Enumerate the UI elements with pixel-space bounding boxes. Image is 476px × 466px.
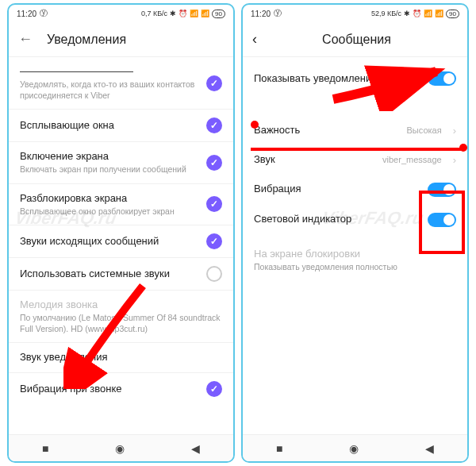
row-title: Вибрация [254, 183, 421, 196]
wifi-icon: 📶 [201, 10, 209, 17]
nav-back-icon[interactable]: ◀ [191, 442, 200, 455]
row-vibrate-call[interactable]: Вибрация при звонке [9, 373, 233, 405]
row-contact-joined[interactable]: ——————————— Уведомлять, когда кто-то из … [9, 57, 233, 110]
row-title: Звук уведомления [20, 351, 222, 364]
back-arrow-icon[interactable]: ← [18, 31, 33, 48]
row-title: Разблокировка экрана [20, 192, 200, 206]
toggle-switch[interactable] [428, 71, 456, 86]
toggle-icon[interactable] [206, 75, 222, 91]
battery-icon: 90 [446, 10, 459, 18]
status-bar: 11:20 ⓨ 0,7 КБ/с ✱ ⏰ 📶 📶 90 [9, 5, 233, 22]
row-led[interactable]: Световой индикатор [243, 205, 467, 235]
row-outgoing-sounds[interactable]: Звуки исходящих сообщений [9, 225, 233, 258]
row-show-notifications[interactable]: Показывать уведомления [243, 57, 467, 100]
toggle-switch[interactable] [428, 213, 456, 227]
status-time: 11:20 [251, 10, 271, 18]
battery-icon: 90 [212, 10, 225, 18]
toggle-icon[interactable] [206, 266, 222, 282]
nav-home-icon[interactable]: ◉ [115, 442, 125, 455]
row-sub: По умолчанию (Le Matos - Summer Of 84 so… [20, 313, 222, 334]
row-title: Мелодия звонка [20, 298, 222, 312]
chevron-right-icon: › [453, 154, 456, 166]
row-ringtone[interactable]: Мелодия звонка По умолчанию (Le Matos - … [9, 291, 233, 343]
wifi-icon: 📶 [435, 10, 443, 17]
row-unlock[interactable]: Разблокировка экрана Всплывающее окно ра… [9, 184, 233, 226]
page-title: Уведомления [47, 33, 126, 47]
row-screen-on[interactable]: Включение экрана Включать экран при полу… [9, 142, 233, 184]
row-title: На экране блокировки [254, 248, 456, 261]
toggle-icon[interactable] [206, 381, 222, 397]
row-title: Использовать системные звуки [20, 268, 200, 281]
row-popups[interactable]: Всплывающие окна [9, 110, 233, 142]
row-title: Звук [254, 153, 376, 167]
signal-icon: 📶 [190, 10, 198, 17]
row-system-sounds[interactable]: Использовать системные звуки [9, 258, 233, 291]
row-sub: Показывать уведомления полностью [254, 262, 456, 273]
status-bar: 11:20 ⓨ 52,9 КБ/с ✱ ⏰ 📶 📶 90 [243, 5, 467, 22]
android-navbar: ■ ◉ ◀ [9, 434, 233, 461]
row-sub: Всплывающее окно разблокирует экран [20, 206, 200, 218]
row-sound[interactable]: Звук viber_message › [243, 145, 467, 175]
bluetooth-icon: ✱ [404, 10, 410, 17]
header: ‹ Сообщения [243, 22, 467, 57]
row-title: Звуки исходящих сообщений [20, 235, 200, 248]
page-title: Сообщения [255, 33, 458, 47]
row-title: Вибрация при звонке [20, 383, 200, 396]
row-sub: Уведомлять, когда кто-то из ваших контак… [20, 79, 200, 101]
chevron-right-icon: › [453, 125, 456, 137]
phone-right: 11:20 ⓨ 52,9 КБ/с ✱ ⏰ 📶 📶 90 ‹ Сообщения… [241, 3, 469, 463]
bluetooth-icon: ✱ [170, 10, 176, 17]
toggle-icon[interactable] [206, 196, 222, 212]
status-icon: ⓨ [40, 8, 48, 19]
row-vibration[interactable]: Вибрация [243, 175, 467, 205]
toggle-switch[interactable] [428, 183, 456, 197]
row-title: Световой индикатор [254, 213, 421, 226]
nav-recent-icon[interactable]: ■ [276, 442, 282, 455]
row-title: Показывать уведомления [254, 72, 421, 86]
nav-back-icon[interactable]: ◀ [425, 442, 434, 455]
row-value: Высокая [407, 125, 442, 135]
nav-home-icon[interactable]: ◉ [349, 442, 359, 455]
row-title: Всплывающие окна [20, 119, 200, 133]
toggle-icon[interactable] [206, 117, 222, 133]
settings-list: ——————————— Уведомлять, когда кто-то из … [9, 57, 233, 434]
status-time: 11:20 [17, 10, 36, 18]
phone-left: 11:20 ⓨ 0,7 КБ/с ✱ ⏰ 📶 📶 90 ← Уведомлени… [7, 3, 235, 463]
toggle-icon[interactable] [206, 233, 222, 249]
row-value: viber_message [382, 155, 442, 164]
row-title: ——————————— [20, 65, 200, 79]
status-icon: ⓨ [274, 8, 282, 19]
row-sub: Включать экран при получении сообщений [20, 164, 200, 175]
row-importance[interactable]: Важность Высокая › [243, 116, 467, 145]
row-notification-sound[interactable]: Звук уведомления [9, 343, 233, 373]
toggle-icon[interactable] [206, 155, 222, 171]
settings-list: Показывать уведомления Важность Высокая … [243, 57, 467, 434]
alarm-icon: ⏰ [178, 10, 187, 17]
row-lockscreen[interactable]: На экране блокировки Показывать уведомле… [243, 235, 467, 281]
signal-icon: 📶 [424, 10, 432, 17]
android-navbar: ■ ◉ ◀ [243, 434, 467, 461]
row-title: Важность [254, 124, 401, 137]
header: ← Уведомления [9, 22, 233, 57]
alarm-icon: ⏰ [413, 10, 421, 17]
status-net: 52,9 КБ/с [371, 10, 401, 17]
nav-recent-icon[interactable]: ■ [42, 442, 48, 455]
status-net: 0,7 КБ/с [141, 10, 167, 17]
row-title: Включение экрана [20, 150, 200, 164]
